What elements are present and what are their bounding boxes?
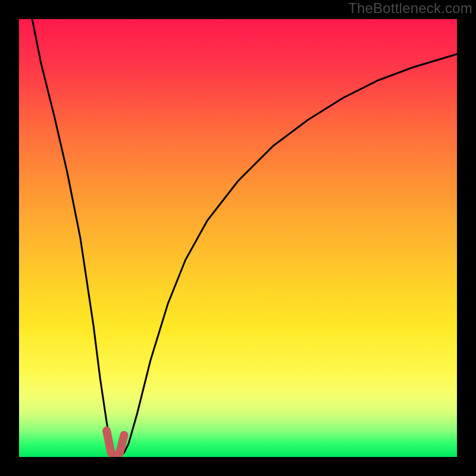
- plot-area: [19, 19, 457, 457]
- optimal-range-highlight: [107, 431, 124, 457]
- watermark-text: TheBottleneck.com: [348, 0, 472, 17]
- bottleneck-curve: [32, 19, 457, 457]
- chart-frame: TheBottleneck.com: [0, 0, 476, 476]
- curve-svg: [19, 19, 457, 457]
